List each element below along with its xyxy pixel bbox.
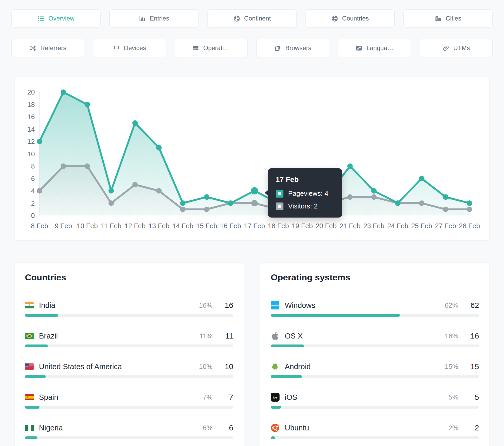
tab-langua[interactable]: AzLangua… [338, 39, 411, 57]
stat-bar-fill [271, 406, 281, 409]
svg-text:z: z [360, 46, 361, 48]
stat-name: Nigeria [39, 424, 189, 432]
y-axis-tick: 0 [31, 212, 35, 219]
tab-label: Continent [244, 15, 271, 22]
countries-panel: Countries India16%16Brazil11%11United St… [14, 262, 244, 446]
stat-percent: 7% [189, 393, 213, 401]
bar-chart-icon [139, 15, 146, 22]
stat-bar-track [271, 314, 479, 317]
tab-browsers[interactable]: Browsers [256, 39, 329, 57]
y-axis-tick: 2 [31, 199, 35, 207]
tab-countries[interactable]: Countries [306, 9, 395, 28]
tab-continent[interactable]: Continent [207, 9, 296, 28]
tab-entries[interactable]: Entries [109, 9, 198, 28]
x-axis-tick: 10 Feb [77, 222, 98, 230]
laptop-icon [113, 45, 120, 52]
stat-percent: 5% [434, 393, 458, 401]
stat-row-android[interactable]: Android15%15 [271, 362, 479, 378]
stat-bar-fill [25, 406, 39, 409]
y-axis-tick: 4 [31, 187, 35, 195]
stat-name: Android [285, 362, 434, 371]
stat-value: 5 [458, 393, 479, 402]
stat-row-united-states-of-america[interactable]: United States of America10%10 [25, 362, 233, 378]
stat-row-ubuntu[interactable]: Ubuntu2%2 [271, 423, 479, 439]
tab-operati[interactable]: Operati… [175, 39, 248, 57]
data-point-pageviews [156, 145, 162, 150]
data-point-visitors [443, 207, 448, 212]
stat-row-os-x[interactable]: OS X16%16 [271, 332, 479, 347]
data-point-visitors [347, 194, 353, 200]
tab-label: Langua… [366, 44, 393, 52]
stat-value: 7 [213, 393, 233, 402]
stat-value: 15 [458, 362, 479, 371]
data-point-pageviews [251, 187, 258, 194]
flag-nigeria-icon [25, 425, 34, 431]
ios-logo-icon: ios [271, 393, 280, 402]
data-point-pageviews [395, 200, 401, 206]
stat-bar-track [271, 436, 479, 439]
tab-overview[interactable]: Overview [11, 9, 101, 28]
stat-row-nigeria[interactable]: Nigeria6%6 [25, 423, 233, 439]
stat-row-brazil[interactable]: Brazil11%11 [25, 332, 233, 347]
stat-value: 11 [213, 332, 233, 340]
data-point-visitors [180, 207, 185, 212]
tab-label: Cities [446, 15, 461, 22]
list-icon [38, 15, 45, 22]
stat-percent: 2% [434, 424, 458, 432]
data-point-visitors [371, 194, 377, 200]
data-point-visitors [108, 200, 114, 206]
server-icon [192, 45, 199, 52]
stat-name: Windows [285, 301, 434, 310]
data-point-pageviews [371, 188, 377, 194]
windows-logo-icon [271, 301, 280, 310]
data-point-visitors [156, 188, 162, 194]
stat-row-windows[interactable]: Windows62%62 [271, 301, 479, 317]
operating-systems-panel: Operating systems Windows62%62OS X16%16A… [260, 262, 490, 446]
tab-label: Operati… [203, 44, 230, 52]
x-axis-tick: 23 Feb [363, 222, 384, 230]
stat-row-india[interactable]: India16%16 [25, 301, 233, 317]
data-point-pageviews [228, 200, 233, 206]
data-point-pageviews [419, 176, 425, 181]
stat-bar-fill [25, 375, 46, 378]
stat-value: 10 [213, 362, 233, 371]
x-axis-tick: 18 Feb [268, 222, 289, 230]
stat-bar-track [271, 375, 479, 378]
tooltip-visitors-row: Visitors: 2 [276, 202, 334, 210]
y-axis-tick: 12 [27, 138, 35, 145]
y-axis-tick: 20 [27, 88, 35, 96]
stat-value: 2 [458, 423, 479, 432]
stat-bar-track [271, 344, 479, 347]
stat-percent: 10% [189, 363, 213, 371]
y-axis-tick: 6 [31, 175, 35, 183]
y-axis-tick: 16 [27, 113, 35, 121]
tab-cities[interactable]: Cities [403, 9, 493, 28]
x-axis-tick: 28 Feb [459, 222, 480, 230]
stat-name: iOS [285, 393, 434, 402]
x-axis-tick: 20 Feb [316, 222, 337, 230]
stat-value: 6 [213, 423, 233, 432]
data-point-pageviews [84, 102, 90, 107]
tab-label: Entries [150, 15, 169, 22]
x-axis-tick: 14 Feb [172, 222, 193, 230]
stat-percent: 16% [434, 332, 458, 340]
stat-row-ios[interactable]: iosiOS5%5 [271, 393, 479, 409]
data-point-visitors [84, 164, 90, 169]
tab-referrers[interactable]: Referrers [11, 39, 84, 57]
data-point-visitors [467, 207, 472, 212]
apple-logo-icon [271, 332, 280, 340]
tab-devices[interactable]: Devices [93, 39, 166, 57]
stat-row-spain[interactable]: Spain7%7 [25, 393, 233, 409]
flag-brazil-icon [25, 333, 34, 339]
stat-value: 62 [458, 301, 479, 310]
stat-bar-fill [271, 375, 302, 378]
data-point-pageviews [108, 188, 114, 194]
stat-bar-track [25, 406, 233, 409]
stat-bar-track [25, 436, 233, 439]
data-point-pageviews [180, 200, 185, 206]
stat-bar-track [271, 406, 479, 409]
tab-utms[interactable]: UTMs [420, 39, 493, 57]
data-point-pageviews [467, 200, 472, 206]
y-axis-tick: 10 [27, 150, 35, 158]
x-axis-tick: 16 Feb [220, 222, 241, 230]
